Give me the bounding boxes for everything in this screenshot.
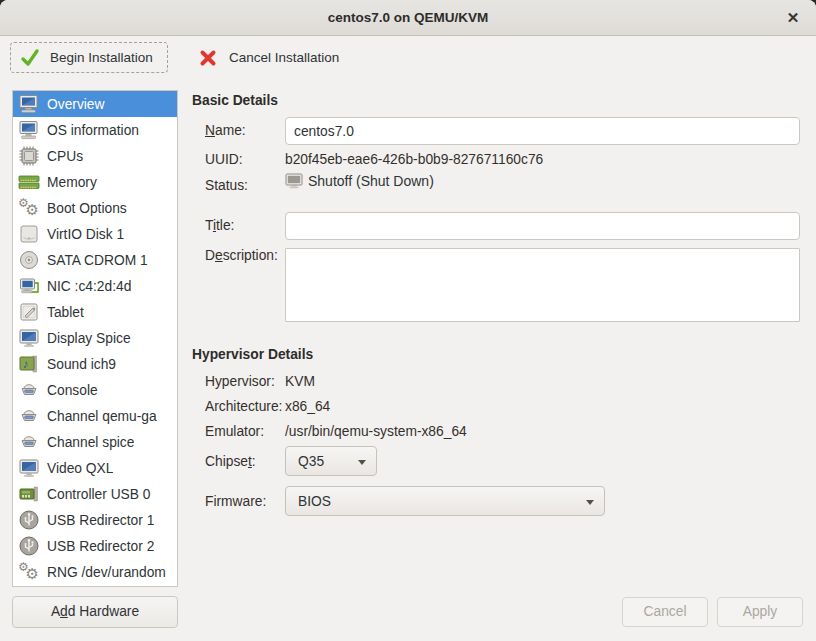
- cancel-button[interactable]: Cancel: [622, 597, 708, 627]
- chevron-down-icon: [586, 500, 594, 505]
- memory-icon: [18, 171, 40, 193]
- architecture-label: Architecture:: [205, 399, 282, 414]
- controller-icon: [18, 483, 40, 505]
- cdrom-icon: [18, 249, 40, 271]
- sidebar-item-channel-qemu-ga[interactable]: Channel qemu-ga: [13, 403, 177, 429]
- description-textarea[interactable]: [285, 248, 800, 322]
- serial-icon: [18, 379, 40, 401]
- usb-icon: [18, 535, 40, 557]
- sidebar-item-video-qxl[interactable]: Video QXL: [13, 455, 177, 481]
- check-icon: [20, 48, 40, 68]
- chipset-dropdown[interactable]: Q35: [285, 446, 377, 476]
- emulator-value: /usr/bin/qemu-system-x86_64: [285, 424, 467, 439]
- apply-button[interactable]: Apply: [717, 597, 803, 627]
- basic-details-heading: Basic Details: [192, 93, 278, 108]
- status-value: Shutoff (Shut Down): [308, 173, 434, 189]
- cancel-installation-button[interactable]: Cancel Installation: [192, 42, 345, 73]
- hardware-list: Overview OS information CPUs Memory ⚙⚙ B…: [12, 90, 178, 587]
- tablet-icon: [18, 301, 40, 323]
- hypervisor-value: KVM: [285, 374, 315, 389]
- sidebar-item-nic-c4-2d-4d[interactable]: NIC :c4:2d:4d: [13, 273, 177, 299]
- sidebar-item-tablet[interactable]: Tablet: [13, 299, 177, 325]
- sidebar-item-console[interactable]: Console: [13, 377, 177, 403]
- hypervisor-label: Hypervisor:: [205, 374, 275, 389]
- nic-icon: [18, 275, 40, 297]
- svg-text:♪: ♪: [23, 357, 29, 371]
- sidebar-item-controller-usb-0[interactable]: Controller USB 0: [13, 481, 177, 507]
- gears-icon: ⚙⚙: [18, 561, 40, 583]
- window-title: centos7.0 on QEMU/KVM: [0, 0, 816, 36]
- usb-icon: [18, 509, 40, 531]
- chipset-label: Chipset:: [205, 454, 256, 469]
- sound-icon: ♪: [18, 353, 40, 375]
- title-input[interactable]: [285, 212, 800, 240]
- cancel-installation-label: Cancel Installation: [229, 50, 339, 65]
- firmware-label: Firmware:: [205, 494, 266, 509]
- uuid-label: UUID:: [205, 152, 243, 167]
- sidebar-item-channel-spice[interactable]: Channel spice: [13, 429, 177, 455]
- title-label: Title:: [205, 218, 234, 233]
- computer-icon: [18, 119, 40, 141]
- toolbar: Begin Installation Cancel Installation: [0, 37, 816, 78]
- uuid-value: b20f45eb-eae6-426b-b0b9-827671160c76: [285, 152, 543, 167]
- details-panel: Basic Details Name: UUID: b20f45eb-eae6-…: [192, 88, 802, 588]
- status-row: Shutoff (Shut Down): [285, 173, 434, 189]
- name-label: Name:: [205, 123, 246, 138]
- vm-details-window: centos7.0 on QEMU/KVM ✕ Begin Installati…: [0, 0, 816, 641]
- architecture-value: x86_64: [285, 399, 330, 414]
- sidebar-item-virtio-disk-1[interactable]: VirtIO Disk 1: [13, 221, 177, 247]
- firmware-dropdown[interactable]: BIOS: [285, 486, 605, 516]
- sidebar-item-cpus[interactable]: CPUs: [13, 143, 177, 169]
- name-input[interactable]: [285, 117, 800, 145]
- status-monitor-icon: [285, 173, 303, 189]
- description-label: Description:: [205, 248, 278, 263]
- sidebar-item-usb-redirector-2[interactable]: USB Redirector 2: [13, 533, 177, 559]
- sidebar-item-memory[interactable]: Memory: [13, 169, 177, 195]
- firmware-value: BIOS: [298, 494, 331, 509]
- display-icon: [18, 457, 40, 479]
- titlebar: centos7.0 on QEMU/KVM ✕: [0, 0, 816, 36]
- sidebar-item-usb-redirector-1[interactable]: USB Redirector 1: [13, 507, 177, 533]
- serial-icon: [18, 405, 40, 427]
- close-icon[interactable]: ✕: [778, 0, 808, 36]
- sidebar-item-rng-dev-urandom[interactable]: ⚙⚙ RNG /dev/urandom: [13, 559, 177, 585]
- display-icon: [18, 327, 40, 349]
- sidebar-item-os-information[interactable]: OS information: [13, 117, 177, 143]
- cpu-icon: [18, 145, 40, 167]
- begin-installation-button[interactable]: Begin Installation: [10, 42, 168, 73]
- sidebar-item-sata-cdrom-1[interactable]: SATA CDROM 1: [13, 247, 177, 273]
- begin-installation-label: Begin Installation: [50, 50, 153, 65]
- status-label: Status:: [205, 178, 248, 193]
- sidebar-item-display-spice[interactable]: Display Spice: [13, 325, 177, 351]
- sidebar-item-sound-ich9[interactable]: ♪ Sound ich9: [13, 351, 177, 377]
- add-hardware-button[interactable]: Add Hardware: [12, 596, 178, 628]
- sidebar-item-boot-options[interactable]: ⚙⚙ Boot Options: [13, 195, 177, 221]
- chipset-value: Q35: [298, 454, 324, 469]
- computer-icon: [18, 93, 40, 115]
- serial-icon: [18, 431, 40, 453]
- chevron-down-icon: [358, 460, 366, 465]
- disk-icon: [18, 223, 40, 245]
- hypervisor-details-heading: Hypervisor Details: [192, 347, 313, 362]
- sidebar-item-overview[interactable]: Overview: [13, 91, 177, 117]
- emulator-label: Emulator:: [205, 424, 264, 439]
- cross-icon: [198, 48, 218, 68]
- gears-icon: ⚙⚙: [18, 197, 40, 219]
